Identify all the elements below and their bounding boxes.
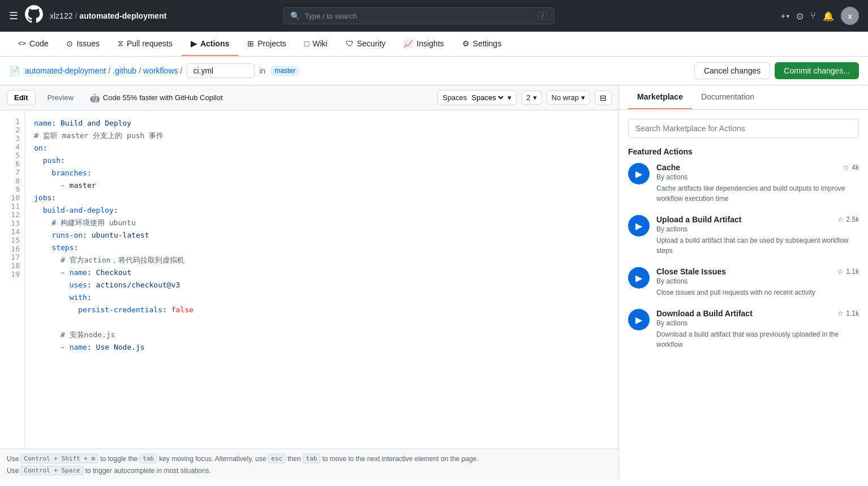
star-icon: ☆ (837, 216, 844, 223)
tab-documentation[interactable]: Documentation (692, 85, 763, 109)
nav-projects[interactable]: ⊞ Projects (238, 32, 295, 56)
status-line-2: Use Control + Space to trigger autocompl… (7, 466, 612, 475)
action-by-upload: By actions (656, 225, 859, 233)
action-stars-upload: ☆ 2.5k (837, 216, 859, 223)
insights-icon: 📈 (403, 39, 413, 48)
code-line-10: runs-on: ubuntu-latest (34, 229, 612, 242)
code-line-17 (34, 316, 612, 329)
nav-issues-label: Issues (76, 39, 99, 48)
tab-marketplace[interactable]: Marketplace (628, 85, 692, 109)
action-by-stale: By actions (656, 277, 859, 285)
action-name-download[interactable]: Download a Build Artifact (656, 309, 753, 318)
code-editor[interactable]: 1 2 3 4 5 6 7 8 9 10 11 12 13 14 15 16 1 (0, 110, 618, 449)
code-line-8: build-and-deploy: (34, 204, 612, 217)
notifications-icon[interactable]: 🔔 (823, 11, 834, 21)
copilot-badge: 🤖 Code 55% faster with GitHub Copilot (90, 93, 223, 102)
featured-title: Featured Actions (628, 147, 859, 156)
action-body-cache: Cache ☆ 4k By actions Cache artifacts li… (656, 163, 859, 204)
nav-security[interactable]: 🛡 Security (337, 32, 395, 56)
code-line-14: uses: actions/checkout@v3 (34, 279, 612, 291)
marketplace-search-input[interactable] (628, 119, 859, 138)
action-stars-download: ☆ 1.1k (837, 309, 859, 317)
code-line-15: with: (34, 291, 612, 304)
spaces-select[interactable]: Spaces (469, 93, 505, 102)
nav-projects-label: Projects (257, 39, 286, 48)
new-button[interactable]: + ▾ (781, 11, 789, 20)
preview-tab[interactable]: Preview (40, 90, 81, 105)
marketplace-content: Featured Actions ▶ Cache ☆ 4k By actions… (619, 110, 868, 370)
code-line-13: - name: Checkout (34, 266, 612, 279)
code-line-3: on: (34, 142, 612, 154)
breadcrumb-dir2[interactable]: workflows (143, 66, 178, 75)
editor-status-bar: Use Control + Shift + m to toggle the ta… (0, 449, 618, 480)
code-line-6: - master (34, 179, 612, 192)
action-stars-stale: ☆ 1.1k (837, 268, 859, 276)
action-body-stale: Close Stale Issues ☆ 1.1k By actions Clo… (656, 267, 859, 298)
action-name-cache[interactable]: Cache (656, 163, 680, 172)
edit-tab[interactable]: Edit (7, 90, 36, 105)
nav-pull-requests[interactable]: ⧖ Pull requests (109, 32, 182, 56)
slash-badge: / (538, 11, 547, 20)
branch-badge: master (270, 66, 300, 76)
nav-insights-label: Insights (416, 39, 444, 48)
nav-issues[interactable]: ⊙ Issues (57, 32, 108, 56)
code-line-12: # 官方action，将代码拉取到虚拟机 (34, 254, 612, 266)
marketplace-tabs: Marketplace Documentation (619, 85, 868, 110)
nav-wiki[interactable]: □ Wiki (295, 32, 337, 56)
breadcrumb-dir1[interactable]: .github (113, 66, 136, 75)
filename-input[interactable] (187, 63, 255, 78)
avatar[interactable]: x (841, 7, 859, 25)
search-bar[interactable]: 🔍 Type / to search / (283, 7, 555, 24)
spaces-label: Spaces (442, 93, 467, 102)
timer-icon[interactable]: ⊙ (796, 11, 803, 21)
action-item-download: ▶ Download a Build Artifact ☆ 1.1k By ac… (628, 309, 859, 350)
nav-actions[interactable]: ▶ Actions (182, 32, 238, 56)
nav-settings[interactable]: ⚙ Settings (453, 32, 511, 56)
editor-toolbar: Edit Preview 🤖 Code 55% faster with GitH… (0, 85, 618, 110)
top-nav: ☰ xlz122 / automated-deployment 🔍 Type /… (0, 0, 868, 32)
action-desc-download: Download a build artifact that was previ… (656, 329, 859, 350)
nowrap-label: No wrap (552, 93, 579, 102)
repo-link[interactable]: automated-deployment (79, 11, 166, 20)
indent-select-wrap[interactable]: 2 ▾ (521, 91, 542, 105)
kbd-esc: esc (268, 454, 286, 463)
nav-code[interactable]: <> Code (9, 32, 57, 56)
nav-insights[interactable]: 📈 Insights (394, 32, 453, 56)
hamburger-menu[interactable]: ☰ (9, 10, 18, 22)
action-by-cache: By actions (656, 173, 859, 181)
copilot-icon: 🤖 (90, 93, 100, 102)
action-desc-cache: Cache artifacts like dependencies and bu… (656, 183, 859, 204)
action-icon-stale[interactable]: ▶ (628, 267, 650, 289)
code-line-16: persist-credentials: false (34, 304, 612, 316)
top-nav-right: + ▾ ⊙ ⑂ 🔔 x (781, 7, 859, 25)
github-logo[interactable] (25, 5, 43, 27)
action-name-upload[interactable]: Upload a Build Artifact (656, 215, 741, 224)
breadcrumb-bar: 📄 automated-deployment / .github / workf… (0, 57, 868, 85)
kbd-ctrl-shift-m: Control + Shift + m (20, 454, 98, 463)
action-icon-upload[interactable]: ▶ (628, 215, 650, 236)
code-line-2: # 监听 master 分支上的 push 事件 (34, 130, 612, 142)
action-icon-download[interactable]: ▶ (628, 309, 650, 330)
search-icon: 🔍 (290, 11, 300, 20)
owner-link[interactable]: xlz122 (50, 11, 72, 20)
fork-icon[interactable]: ⑂ (810, 11, 816, 21)
split-view-button[interactable]: ⊟ (595, 91, 612, 105)
action-name-stale[interactable]: Close Stale Issues (656, 267, 726, 276)
kbd-tab-2: tab (303, 454, 321, 463)
action-by-download: By actions (656, 319, 859, 327)
code-content[interactable]: name: Build and Deploy # 监听 master 分支上的 … (25, 110, 618, 449)
nav-security-label: Security (357, 39, 386, 48)
indent-value: 2 (526, 93, 530, 102)
star-icon: ☆ (837, 268, 844, 276)
commit-changes-button[interactable]: Commit changes... (775, 62, 859, 79)
cancel-changes-button[interactable]: Cancel changes (694, 62, 770, 79)
wrap-select-wrap[interactable]: No wrap ▾ (547, 91, 590, 105)
settings-icon: ⚙ (462, 39, 470, 48)
action-icon-cache[interactable]: ▶ (628, 163, 650, 184)
main-layout: Edit Preview 🤖 Code 55% faster with GitH… (0, 85, 868, 480)
action-body-download: Download a Build Artifact ☆ 1.1k By acti… (656, 309, 859, 350)
action-item-cache: ▶ Cache ☆ 4k By actions Cache artifacts … (628, 163, 859, 204)
nav-wiki-label: Wiki (312, 39, 327, 48)
breadcrumb-repo[interactable]: automated-deployment (25, 66, 106, 75)
spaces-select-wrap[interactable]: Spaces Spaces ▾ (437, 90, 517, 105)
